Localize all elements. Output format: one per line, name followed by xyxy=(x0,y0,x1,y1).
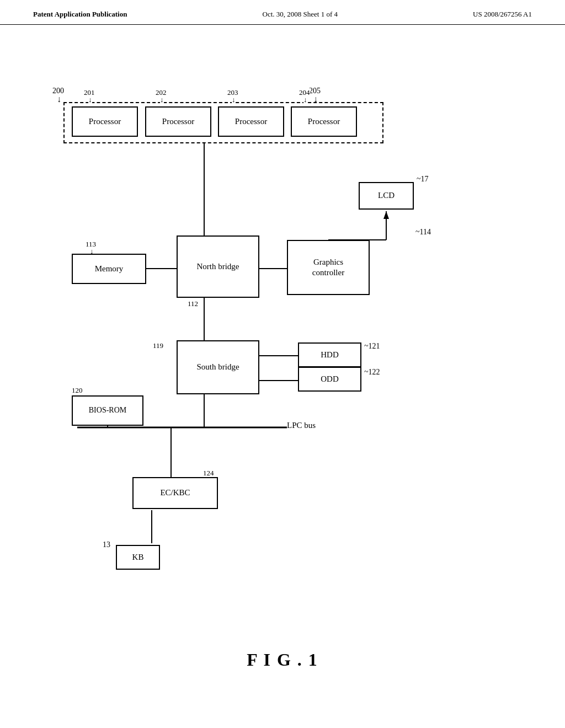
hdd-box: HDD xyxy=(298,342,361,367)
header-publication-label: Patent Application Publication xyxy=(33,10,127,19)
label-203-marker: ↓ xyxy=(232,95,236,104)
lpc-bus-label: LPC bus xyxy=(287,421,316,430)
north-bridge-box: North bridge xyxy=(177,235,259,298)
label-202-marker: ↓ xyxy=(160,95,164,104)
diagram-area: 200 ↓ 205 ↓ 201 ↓ Processor 202 ↓ Proces… xyxy=(0,25,565,687)
label-13: 13 xyxy=(103,540,110,549)
processor-box-2: Processor xyxy=(145,106,211,137)
label-119: 119 xyxy=(153,341,163,350)
memory-box: Memory xyxy=(72,254,146,284)
header-patent-number: US 2008/267256 A1 xyxy=(473,10,532,19)
processor-box-4: Processor xyxy=(291,106,357,137)
label-114: ~114 xyxy=(415,228,431,237)
figure-caption: F I G . 1 xyxy=(0,650,565,670)
label-201-marker: ↓ xyxy=(88,95,92,104)
header-date-sheet: Oct. 30, 2008 Sheet 1 of 4 xyxy=(263,10,338,19)
lcd-box: LCD xyxy=(359,182,414,210)
south-bridge-box: South bridge xyxy=(177,340,259,394)
label-120: 120 xyxy=(72,386,83,395)
odd-box: ODD xyxy=(298,367,361,392)
graphics-controller-box: Graphics controller xyxy=(287,240,370,295)
kb-box: KB xyxy=(116,545,160,570)
label-112: 112 xyxy=(188,299,198,308)
label-121: ~121 xyxy=(364,342,380,351)
svg-marker-5 xyxy=(383,211,389,219)
processor-box-3: Processor xyxy=(218,106,284,137)
label-17: ~17 xyxy=(417,175,429,184)
ec-kbc-box: EC/KBC xyxy=(132,477,218,509)
label-200-marker: ↓ xyxy=(57,94,61,104)
label-204-marker: ↓ xyxy=(303,95,307,104)
label-122: ~122 xyxy=(364,368,380,377)
processor-box-1: Processor xyxy=(72,106,138,137)
bios-rom-box: BIOS-ROM xyxy=(72,395,143,426)
label-124: 124 xyxy=(203,469,214,478)
page-header: Patent Application Publication Oct. 30, … xyxy=(0,0,565,25)
